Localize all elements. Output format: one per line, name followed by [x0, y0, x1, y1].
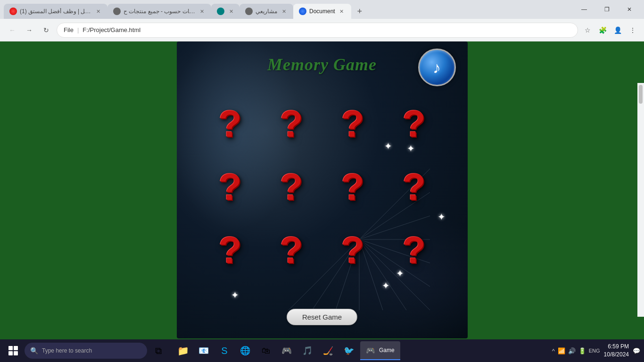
protocol-label: File [64, 26, 74, 33]
hockey-app[interactable]: 🏒 [319, 341, 338, 360]
taskbar-search-text: Type here to search [42, 347, 92, 354]
card-4[interactable]: ? [388, 96, 440, 152]
card-10[interactable]: ? [265, 222, 317, 279]
game2-app[interactable]: 🎮 [277, 341, 296, 360]
time-display: 6:59 PM [604, 343, 629, 351]
active-app-icon: 🎮 [366, 346, 375, 355]
tab-favicon-5 [299, 8, 306, 15]
card-5[interactable]: ? [204, 159, 256, 215]
card-12-symbol: ? [403, 231, 426, 269]
edge-app[interactable]: 🌐 [236, 341, 255, 360]
card-11-symbol: ? [341, 231, 364, 269]
restore-button[interactable]: ❐ [596, 2, 618, 17]
reset-game-button[interactable]: Reset Game [287, 309, 357, 325]
file-explorer-app[interactable]: 📁 [173, 341, 192, 360]
taskbar-apps: 📁 📧 S 🌐 🛍 🎮 🎵 🏒 � [173, 341, 358, 360]
music-note-icon: ♪ [433, 58, 441, 77]
tab-favicon-4 [245, 8, 253, 15]
card-1[interactable]: ? [204, 96, 256, 152]
active-app-label: Game [379, 347, 395, 354]
bird-app[interactable]: 🐦 [339, 341, 358, 360]
back-button[interactable]: ← [6, 24, 19, 37]
spotify-icon: 🎵 [302, 346, 313, 356]
music-button[interactable]: ♪ [418, 49, 456, 86]
card-3[interactable]: ? [327, 96, 379, 152]
battery-icon[interactable]: 🔋 [578, 347, 586, 354]
menu-icon[interactable]: ⋮ [627, 25, 638, 36]
card-9[interactable]: ? [204, 222, 256, 279]
hockey-icon: 🏒 [323, 346, 333, 356]
extensions-icon[interactable]: 🧩 [597, 25, 608, 36]
outlook-icon: 📧 [198, 346, 209, 356]
profile-icon[interactable]: 👤 [612, 25, 623, 36]
new-tab-button[interactable]: + [353, 5, 366, 18]
tab-close-1[interactable]: ✕ [94, 8, 102, 15]
system-tray: ^ 📶 🔊 🔋 ENG 6:59 PM 10/8/2024 💬 [552, 343, 640, 359]
outlook-app[interactable]: 📧 [194, 341, 213, 360]
sparkle-5: ✦ [382, 280, 390, 291]
wifi-icon[interactable]: 📶 [558, 347, 565, 354]
card-6-symbol: ? [280, 168, 303, 206]
chevron-up-icon[interactable]: ^ [552, 347, 555, 354]
card-8[interactable]: ? [388, 159, 440, 215]
card-7[interactable]: ? [327, 159, 379, 215]
reload-button[interactable]: ↻ [40, 24, 53, 37]
store-icon: 🛍 [262, 346, 270, 356]
task-view-icon: ⧉ [155, 346, 162, 356]
chrome-browser: (1) مستقل | وظف أفضل المستق ✕ حسابات حسو… [0, 0, 644, 362]
tab-title-2: حسابات حسوب - جميع منتجات ح [124, 8, 195, 15]
close-button[interactable]: ✕ [619, 2, 640, 17]
tab-close-5[interactable]: ✕ [338, 8, 346, 15]
system-icons: ^ 📶 🔊 🔋 ENG [552, 347, 600, 354]
notification-icon[interactable]: 💬 [633, 347, 640, 354]
bird-icon: 🐦 [344, 346, 354, 356]
address-bar: ← → ↻ File | F:/Project/Game.html ☆ 🧩 👤 … [0, 19, 644, 41]
volume-icon[interactable]: 🔊 [568, 347, 576, 354]
card-5-symbol: ? [219, 168, 242, 206]
tab-title-4: مشاريعي [256, 8, 277, 15]
clock[interactable]: 6:59 PM 10/8/2024 [604, 343, 629, 359]
tab-1[interactable]: (1) مستقل | وظف أفضل المستق ✕ [4, 4, 107, 19]
scroll-thumb[interactable] [639, 85, 643, 104]
scrollbar[interactable] [637, 83, 644, 317]
edge-icon: 🌐 [240, 346, 250, 356]
bookmark-icon[interactable]: ☆ [582, 25, 593, 36]
title-bar: (1) مستقل | وظف أفضل المستق ✕ حسابات حسو… [0, 0, 644, 19]
tab-5-active[interactable]: Document ✕ [293, 4, 351, 19]
address-input[interactable]: File | F:/Project/Game.html [57, 23, 578, 38]
skype-app[interactable]: S [215, 341, 234, 360]
tab-favicon-1 [9, 8, 17, 15]
tab-close-2[interactable]: ✕ [198, 8, 206, 15]
store-app[interactable]: 🛍 [256, 341, 275, 360]
page-content: Memory Game ♪ ✦ ✦ ✦ ✦ ✦ ✦ ? ? [0, 41, 644, 339]
task-view-button[interactable]: ⧉ [149, 341, 168, 360]
tab-close-4[interactable]: ✕ [280, 8, 288, 15]
tab-4[interactable]: مشاريعي ✕ [239, 4, 293, 19]
taskbar: 🔍 Type here to search ⧉ 📁 📧 S 🌐 🛍 [0, 339, 644, 362]
forward-button[interactable]: → [23, 24, 36, 37]
minimize-button[interactable]: — [573, 2, 595, 17]
card-11[interactable]: ? [327, 222, 379, 279]
skype-icon: S [221, 346, 227, 356]
tab-2[interactable]: حسابات حسوب - جميع منتجات ح ✕ [107, 4, 211, 19]
date-display: 10/8/2024 [604, 351, 629, 359]
language-label[interactable]: ENG [589, 348, 600, 354]
card-6[interactable]: ? [265, 159, 317, 215]
file-explorer-icon: 📁 [177, 345, 189, 356]
tab-close-3[interactable]: ✕ [227, 8, 235, 15]
card-2[interactable]: ? [265, 96, 317, 152]
card-1-symbol: ? [219, 105, 242, 143]
tab-title-5: Document [309, 8, 335, 15]
card-3-symbol: ? [341, 105, 364, 143]
tab-favicon-2 [113, 8, 121, 15]
start-button[interactable] [4, 341, 23, 360]
card-8-symbol: ? [403, 168, 426, 206]
sparkle-4: ✦ [231, 289, 239, 301]
card-7-symbol: ? [341, 168, 364, 206]
tab-3[interactable]: ✕ [211, 4, 239, 19]
active-app-game[interactable]: 🎮 Game [360, 341, 400, 360]
card-12[interactable]: ? [388, 222, 440, 279]
card-4-symbol: ? [403, 105, 426, 143]
spotify-app[interactable]: 🎵 [298, 341, 317, 360]
taskbar-search[interactable]: 🔍 Type here to search [25, 343, 147, 359]
